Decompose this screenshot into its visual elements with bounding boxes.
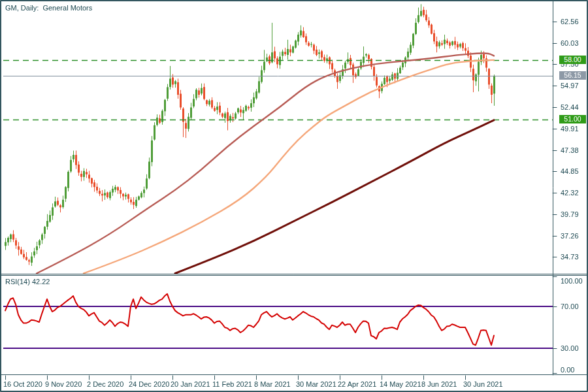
price-axis-label: 62.56 xyxy=(561,18,579,26)
date-axis-label: 8 Jun 2021 xyxy=(421,380,457,389)
trading-chart-window: GM, Daily: General Motors RSI(14) 42.22 … xyxy=(0,0,588,392)
date-axis-label: 11 Feb 2021 xyxy=(212,380,252,389)
date-axis-label: 16 Oct 2020 xyxy=(3,380,42,389)
rsi-axis-label: 0.00 xyxy=(561,366,574,374)
current-price-tag: 56.15 xyxy=(559,71,586,80)
price-axis-label: 54.97 xyxy=(561,82,579,90)
price-axis-label: 60.03 xyxy=(561,39,579,48)
date-axis-label: 9 Nov 2020 xyxy=(45,380,82,389)
price-axis-label: 44.85 xyxy=(561,167,579,176)
price-axis-label: 37.26 xyxy=(561,232,579,240)
date-axis-label: 14 May 2021 xyxy=(380,380,421,389)
price-axis-label: 52.44 xyxy=(561,103,579,112)
chart-title: GM, Daily: General Motors xyxy=(5,4,92,12)
price-axis-label: 42.32 xyxy=(561,189,579,197)
price-axis-label: 47.38 xyxy=(561,146,579,155)
support-price-tag: 51.00 xyxy=(559,115,586,123)
price-axis-label: 39.79 xyxy=(561,210,579,219)
date-axis-label: 22 Apr 2021 xyxy=(338,380,376,389)
rsi-axis-label: 30.00 xyxy=(561,344,579,353)
date-axis-label: 20 Jan 2021 xyxy=(171,380,210,389)
date-axis-label: 30 Jun 2021 xyxy=(463,380,503,389)
date-axis-label: 30 Mar 2021 xyxy=(296,380,336,389)
price-chart-canvas[interactable] xyxy=(0,0,588,392)
date-axis-label: 2 Dec 2020 xyxy=(87,380,123,389)
resistance-price-tag: 58.00 xyxy=(559,56,586,64)
date-axis-label: 24 Dec 2020 xyxy=(129,380,169,389)
rsi-axis-label: 70.00 xyxy=(561,302,579,311)
price-axis-label: 49.91 xyxy=(561,125,579,133)
rsi-indicator-label: RSI(14) 42.22 xyxy=(5,278,50,286)
price-axis-label: 34.73 xyxy=(561,253,579,261)
date-axis-label: 8 Mar 2021 xyxy=(254,380,291,389)
rsi-axis-label: 100.00 xyxy=(561,277,583,286)
